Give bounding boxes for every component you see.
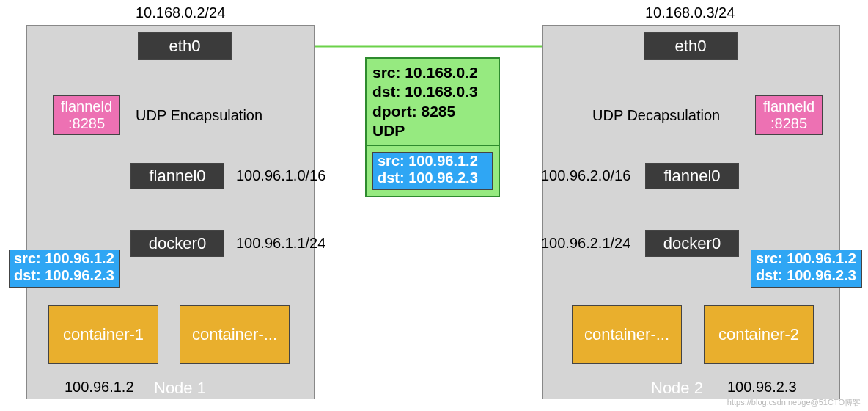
node2-eth0: eth0 (644, 32, 738, 60)
node2-docker0-ip: 100.96.2.1/24 (541, 235, 630, 252)
node1-flanneld-caption: UDP Encapsulation (136, 107, 262, 124)
node1-docker0: docker0 (130, 230, 224, 257)
node1-eth0-ip: 10.168.0.2/24 (136, 4, 225, 21)
node1-flannel0: flannel0 (130, 163, 224, 189)
node2-flanneld: flanneld :8285 (755, 95, 823, 135)
node2-title: Node 2 (651, 379, 703, 398)
node1-docker0-ip: 100.96.1.1/24 (236, 235, 326, 252)
node1-title: Node 1 (154, 379, 206, 398)
node2-container2-ip: 100.96.2.3 (727, 379, 797, 396)
node1-container-1: container-1 (48, 305, 158, 364)
watermark: https://blog.csdn.net/ge@51CTO博客 (727, 397, 861, 408)
node1-flanneld: flanneld :8285 (53, 95, 120, 135)
node2-container-2: container-2 (704, 305, 814, 364)
node2-container-1: container-... (572, 305, 682, 364)
node1-eth0: eth0 (138, 32, 232, 60)
node2-eth0-ip: 10.168.0.3/24 (645, 4, 735, 21)
node1-container1-ip: 100.96.1.2 (65, 379, 134, 396)
node2-flannel0: flannel0 (645, 163, 739, 189)
node2-flanneld-caption: UDP Decapsulation (592, 107, 720, 124)
node2-docker0: docker0 (645, 230, 739, 257)
encap-packet-box: src: 10.168.0.2 dst: 10.168.0.3 dport: 8… (365, 57, 500, 197)
node1-flannel0-ip: 100.96.1.0/16 (236, 167, 326, 184)
encap-inner-packet: src: 100.96.1.2 dst: 100.96.2.3 (372, 152, 493, 190)
node2-flannel0-ip: 100.96.2.0/16 (541, 167, 630, 184)
node1-container-2: container-... (180, 305, 290, 364)
node2-packet-in: src: 100.96.1.2 dst: 100.96.2.3 (751, 250, 862, 288)
node1-packet-out: src: 100.96.1.2 dst: 100.96.2.3 (9, 250, 120, 288)
encap-outer-header: src: 10.168.0.2 dst: 10.168.0.3 dport: 8… (367, 59, 499, 146)
